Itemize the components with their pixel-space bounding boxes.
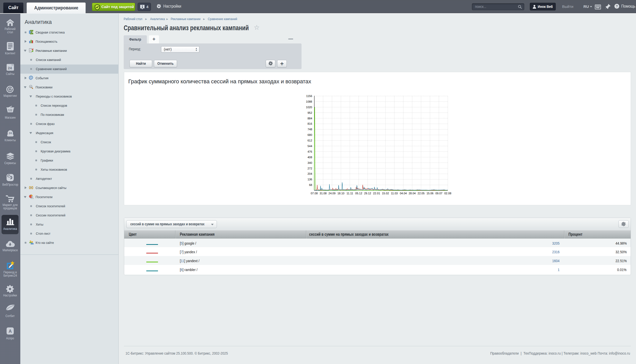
svg-text:02.08: 02.08 [444,192,451,195]
svg-text:204: 204 [308,172,312,175]
svg-text:408: 408 [308,156,312,159]
svg-text:22.05: 22.05 [418,192,425,195]
svg-text:748: 748 [308,128,312,131]
svg-text:24: 24 [8,66,12,70]
svg-text:476: 476 [308,150,312,153]
svg-text:952: 952 [308,111,312,114]
svg-text:18.10: 18.10 [337,192,344,195]
svg-text:05.12: 05.12 [355,192,362,195]
svg-text:272: 272 [308,167,312,170]
svg-text:28.04: 28.04 [409,192,416,195]
svg-text:544: 544 [308,145,312,148]
svg-text:136: 136 [308,178,312,181]
svg-text:816: 816 [308,122,312,125]
svg-text:1088: 1088 [306,100,312,103]
svg-text:11.03: 11.03 [391,192,398,195]
svg-text:15.02: 15.02 [382,192,389,195]
svg-text:?: ? [616,4,618,8]
svg-text:884: 884 [308,117,312,120]
svg-text:w: w [30,86,31,88]
svg-text:09.07: 09.07 [435,192,442,195]
svg-text:24: 24 [9,132,12,135]
svg-text:11.11: 11.11 [346,192,353,195]
svg-text:15.06: 15.06 [426,192,434,195]
svg-text:1156: 1156 [306,94,312,98]
svg-text:31.08: 31.08 [320,192,327,195]
svg-text:1020: 1020 [306,106,312,109]
svg-text:612: 612 [308,139,312,142]
svg-text:24.09: 24.09 [328,192,336,195]
svg-text:04.04: 04.04 [400,192,407,195]
svg-text:68: 68 [309,183,312,186]
svg-text:A: A [9,329,12,334]
svg-text:07.08: 07.08 [311,192,318,195]
svg-text:22.01: 22.01 [373,192,380,195]
svg-text:340: 340 [308,161,312,164]
svg-text:29.12: 29.12 [364,192,371,195]
svg-text:680: 680 [308,133,312,136]
